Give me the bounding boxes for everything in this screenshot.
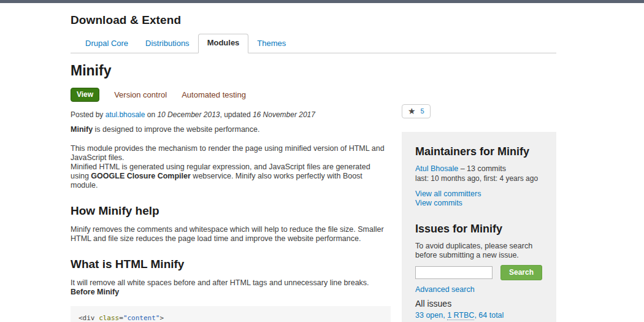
- star-row: ★ 5: [402, 104, 556, 118]
- sidebar-panel: Maintainers for Minify Atul Bhosale – 13…: [402, 132, 556, 322]
- site-section-title: Download & Extend: [71, 13, 556, 27]
- before-minify-label: Before Minify: [71, 288, 119, 296]
- what-paragraph: It will remove all white spaces before a…: [71, 278, 391, 297]
- star-icon: ★: [408, 106, 416, 116]
- what-text: It will remove all white spaces before a…: [71, 278, 369, 287]
- view-all-committers-link[interactable]: View all committers: [415, 190, 543, 199]
- byline-on: on: [145, 110, 157, 119]
- commit-history: last: 10 months ago, first: 4 years ago: [415, 174, 543, 183]
- issues-heading: Issues for Minify: [415, 223, 543, 236]
- star-count: 5: [421, 107, 424, 115]
- primary-tabs: Drupal Core Distributions Modules Themes: [71, 34, 556, 53]
- page: Download & Extend Drupal Core Distributi…: [0, 13, 556, 322]
- rtbc-link[interactable]: 1 RTBC: [447, 311, 474, 320]
- byline: Posted by atul.bhosale on 10 December 20…: [71, 110, 391, 119]
- tab-modules[interactable]: Modules: [198, 34, 249, 53]
- committer-line: Atul Bhosale – 13 commits: [415, 164, 543, 174]
- advanced-search-link[interactable]: Advanced search: [415, 285, 543, 294]
- heading-how-minify-help: How Minify help: [71, 204, 391, 218]
- issue-stat-link[interactable]: 64 total: [478, 311, 504, 320]
- issue-search-input[interactable]: [415, 266, 493, 279]
- view-commits-link[interactable]: View commits: [415, 199, 543, 208]
- updated-date: 16 November 2017: [253, 110, 315, 119]
- content-columns: Minify View Version control Automated te…: [71, 53, 556, 322]
- browser-top-bar: [0, 0, 644, 3]
- issue-search-button[interactable]: Search: [500, 265, 542, 280]
- description-paragraph: This module provides the mechanism to re…: [71, 144, 391, 190]
- local-tasks: View Version control Automated testing: [71, 88, 391, 102]
- posted-date: 10 December 2013: [157, 110, 220, 119]
- main-column: Minify View Version control Automated te…: [71, 53, 391, 322]
- issues-section: Issues for Minify To avoid duplicates, p…: [415, 223, 543, 322]
- tab-distributions[interactable]: Distributions: [137, 35, 198, 53]
- issues-hint: To avoid duplicates, please search befor…: [415, 242, 543, 260]
- issue-search-row: Search: [415, 265, 543, 280]
- page-title: Minify: [71, 63, 391, 79]
- issue-stat-link[interactable]: 33 open: [415, 311, 443, 320]
- code-block-before-minify: <div class="content"> <div class="block"…: [71, 306, 391, 322]
- all-issues-label: All issues: [415, 299, 543, 309]
- heading-what-is-html-minify: What is HTML Minify: [71, 258, 391, 271]
- tab-themes[interactable]: Themes: [248, 35, 294, 53]
- how-paragraph: Minify removes the comments and whitespa…: [71, 225, 391, 243]
- maintainers-heading: Maintainers for Minify: [415, 145, 543, 158]
- byline-updated-label: , updated: [220, 110, 253, 119]
- author-link[interactable]: atul.bhosale: [105, 110, 145, 119]
- version-control-link[interactable]: Version control: [114, 90, 167, 99]
- maintainers-section: Maintainers for Minify Atul Bhosale – 13…: [415, 145, 543, 208]
- all-issues-stats: 33 open, 1 RTBC, 64 total: [415, 311, 543, 320]
- right-sidebar: ★ 5 Maintainers for Minify Atul Bhosale …: [402, 53, 556, 322]
- intro-paragraph: Minify is designed to improve the websit…: [71, 125, 391, 134]
- committer-link[interactable]: Atul Bhosale: [415, 164, 458, 173]
- code-line: <div class="content">: [79, 313, 383, 322]
- automated-testing-link[interactable]: Automated testing: [182, 90, 246, 99]
- tab-drupal-core[interactable]: Drupal Core: [77, 35, 137, 53]
- view-tab-button[interactable]: View: [71, 88, 99, 102]
- committer-commits: – 13 commits: [458, 164, 506, 173]
- bookmark-star-button[interactable]: ★ 5: [402, 104, 431, 118]
- byline-prefix: Posted by: [71, 110, 105, 119]
